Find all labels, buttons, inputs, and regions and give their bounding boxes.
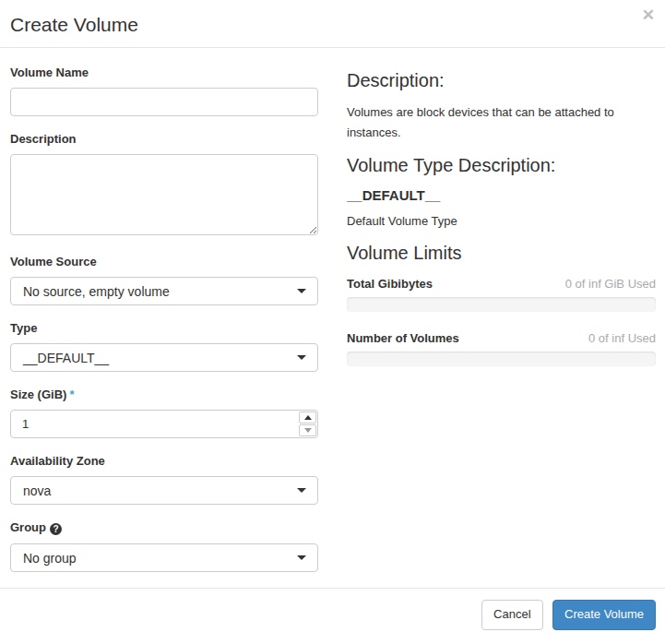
- volume-source-select[interactable]: No source, empty volume: [10, 277, 318, 305]
- limit-row: Number of Volumes 0 of inf Used: [347, 331, 656, 345]
- availability-zone-selected-value: nova: [23, 483, 51, 498]
- size-group: Size (GiB)*: [10, 388, 318, 438]
- description-label: Description: [10, 132, 318, 146]
- number-of-volumes-label: Number of Volumes: [347, 331, 459, 345]
- description-group: Description: [10, 132, 318, 239]
- group-selected-value: No group: [23, 551, 77, 566]
- create-volume-button[interactable]: Create Volume: [552, 600, 656, 629]
- availability-zone-group: Availability Zone nova: [10, 454, 318, 505]
- number-of-volumes-usage: 0 of inf Used: [588, 331, 656, 345]
- size-label-text: Size (GiB): [10, 388, 66, 401]
- type-selected-value: __DEFAULT__: [23, 351, 109, 365]
- size-input-wrap: [10, 410, 318, 438]
- create-volume-modal: Create Volume ✕ Volume Name Description …: [0, 0, 665, 644]
- modal-footer: Cancel Create Volume: [0, 588, 665, 641]
- stepper-down-button[interactable]: [299, 424, 316, 436]
- total-gibibytes-progress-bar: [347, 297, 656, 312]
- type-select[interactable]: __DEFAULT__: [10, 343, 318, 372]
- group-group: Group? No group: [10, 520, 318, 572]
- volume-limits-heading: Volume Limits: [347, 243, 656, 264]
- chevron-down-icon: [297, 555, 306, 560]
- volume-type-description-text: Default Volume Type: [347, 214, 656, 228]
- modal-title: Create Volume: [10, 11, 654, 38]
- close-icon[interactable]: ✕: [640, 6, 657, 25]
- volume-source-label: Volume Source: [10, 255, 318, 268]
- size-input[interactable]: [11, 411, 317, 437]
- total-gibibytes-limit: Total Gibibytes 0 of inf GiB Used: [347, 277, 656, 312]
- stepper-up-button[interactable]: [299, 411, 316, 423]
- group-label-text: Group: [10, 520, 46, 534]
- volume-source-group: Volume Source No source, empty volume: [10, 255, 318, 305]
- chevron-down-icon: [297, 289, 306, 293]
- group-select[interactable]: No group: [10, 543, 318, 572]
- number-of-volumes-limit: Number of Volumes 0 of inf Used: [347, 331, 656, 366]
- form-column: Volume Name Description Volume Source No…: [10, 66, 318, 588]
- modal-header: Create Volume ✕: [0, 0, 665, 48]
- required-asterisk: *: [69, 388, 74, 401]
- chevron-down-icon: [297, 488, 306, 493]
- volume-name-input[interactable]: [10, 88, 318, 116]
- help-question-icon[interactable]: ?: [50, 523, 62, 535]
- volume-source-selected-value: No source, empty volume: [23, 284, 170, 299]
- triangle-up-icon: [304, 415, 312, 420]
- description-help-text: Volumes are block devices that can be at…: [347, 102, 651, 142]
- info-column: Description: Volumes are block devices t…: [347, 66, 656, 588]
- volume-name-group: Volume Name: [10, 66, 318, 116]
- description-textarea[interactable]: [10, 154, 318, 235]
- chevron-down-icon: [297, 355, 306, 360]
- total-gibibytes-label: Total Gibibytes: [347, 277, 433, 291]
- availability-zone-select[interactable]: nova: [10, 476, 318, 505]
- limit-row: Total Gibibytes 0 of inf GiB Used: [347, 277, 656, 291]
- type-label: Type: [10, 321, 318, 335]
- group-label: Group?: [10, 520, 318, 535]
- triangle-down-icon: [304, 428, 312, 433]
- volume-type-description-heading: Volume Type Description:: [347, 155, 656, 176]
- description-heading: Description:: [347, 70, 656, 91]
- cancel-button[interactable]: Cancel: [481, 600, 542, 629]
- type-group: Type __DEFAULT__: [10, 321, 318, 372]
- size-label: Size (GiB)*: [10, 388, 318, 401]
- volume-type-name: __DEFAULT__: [347, 187, 656, 203]
- availability-zone-label: Availability Zone: [10, 454, 318, 468]
- total-gibibytes-usage: 0 of inf GiB Used: [565, 277, 656, 291]
- number-of-volumes-progress-bar: [347, 352, 656, 366]
- size-stepper: [299, 411, 316, 436]
- volume-name-label: Volume Name: [10, 66, 318, 79]
- modal-body: Volume Name Description Volume Source No…: [0, 48, 665, 588]
